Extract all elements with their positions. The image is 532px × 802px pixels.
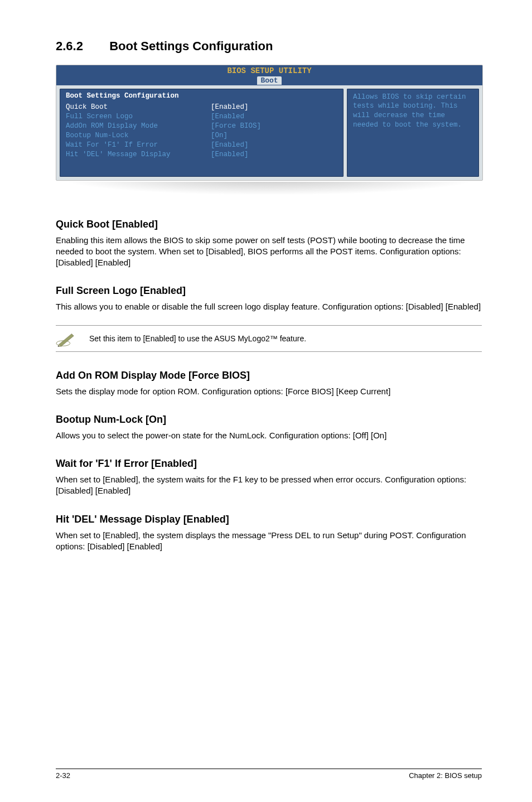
- bios-left-panel: Boot Settings Configuration Quick Boot […: [60, 89, 344, 177]
- bios-body: Boot Settings Configuration Quick Boot […: [56, 85, 482, 180]
- bios-panel-title: Boot Settings Configuration: [66, 91, 337, 101]
- bios-item-label: Bootup Num-Lock: [66, 131, 211, 141]
- text-full-screen-logo: This allows you to enable or disable the…: [56, 301, 482, 312]
- bios-item-label: AddOn ROM Display Mode: [66, 122, 211, 131]
- bios-item-label: Hit 'DEL' Message Display: [66, 150, 211, 160]
- bios-row: Bootup Num-Lock [On]: [66, 131, 337, 141]
- bios-row: Full Screen Logo [Enabled: [66, 112, 337, 122]
- bios-item-value: [Enabled: [211, 112, 244, 122]
- text-addon-rom: Sets the display mode for option ROM. Co…: [56, 386, 482, 397]
- svg-marker-1: [59, 334, 74, 346]
- bios-help-text: Allows BIOS to skip certain tests while …: [353, 93, 466, 129]
- bios-row: AddOn ROM Display Mode [Force BIOS]: [66, 122, 337, 131]
- heading-addon-rom: Add On ROM Display Mode [Force BIOS]: [56, 370, 482, 381]
- note-text: Set this item to [Enabled] to use the AS…: [89, 334, 306, 344]
- bios-row: Hit 'DEL' Message Display [Enabled]: [66, 150, 337, 160]
- heading-hit-del: Hit 'DEL' Message Display [Enabled]: [56, 514, 482, 525]
- bios-item-label: Wait For 'F1' If Error: [66, 141, 211, 150]
- heading-quick-boot: Quick Boot [Enabled]: [56, 219, 482, 230]
- bios-help-panel: Allows BIOS to skip certain tests while …: [347, 89, 479, 177]
- page-footer: 2-32 Chapter 2: BIOS setup: [56, 769, 482, 780]
- footer-chapter: Chapter 2: BIOS setup: [409, 771, 482, 780]
- bios-item-value: [Enabled]: [211, 103, 249, 112]
- heading-bootup-numlock: Bootup Num-Lock [On]: [56, 414, 482, 426]
- section-title: Boot Settings Configuration: [109, 39, 273, 53]
- bios-item-value: [On]: [211, 131, 228, 141]
- pencil-icon: [56, 330, 77, 347]
- bios-row: Quick Boot [Enabled]: [66, 103, 337, 112]
- text-quick-boot: Enabling this item allows the BIOS to sk…: [56, 235, 482, 269]
- bios-item-value: [Enabled]: [211, 141, 249, 150]
- heading-full-screen-logo: Full Screen Logo [Enabled]: [56, 285, 482, 297]
- bios-item-value: [Force BIOS]: [211, 122, 261, 131]
- bios-item-label: Quick Boot: [66, 103, 211, 112]
- bios-item-label: Full Screen Logo: [66, 112, 211, 122]
- bios-screenshot: BIOS SETUP UTILITY Boot Boot Settings Co…: [56, 65, 483, 181]
- text-wait-f1: When set to [Enabled], the system waits …: [56, 474, 482, 497]
- bios-title-bar: BIOS SETUP UTILITY Boot: [56, 65, 482, 85]
- bios-row: Wait For 'F1' If Error [Enabled]: [66, 141, 337, 150]
- section-number: 2.6.2: [56, 39, 106, 54]
- footer-page-number: 2-32: [56, 771, 70, 780]
- bios-item-value: [Enabled]: [211, 150, 249, 160]
- note-box: Set this item to [Enabled] to use the AS…: [56, 325, 482, 352]
- heading-wait-f1: Wait for 'F1' If Error [Enabled]: [56, 458, 482, 470]
- text-hit-del: When set to [Enabled], the system displa…: [56, 530, 482, 553]
- bios-utility-title: BIOS SETUP UTILITY: [56, 66, 482, 76]
- text-bootup-numlock: Allows you to select the power-on state …: [56, 430, 482, 441]
- bios-tab-boot: Boot: [257, 76, 281, 85]
- bios-shadow: [56, 182, 482, 195]
- section-heading: 2.6.2 Boot Settings Configuration: [56, 39, 482, 54]
